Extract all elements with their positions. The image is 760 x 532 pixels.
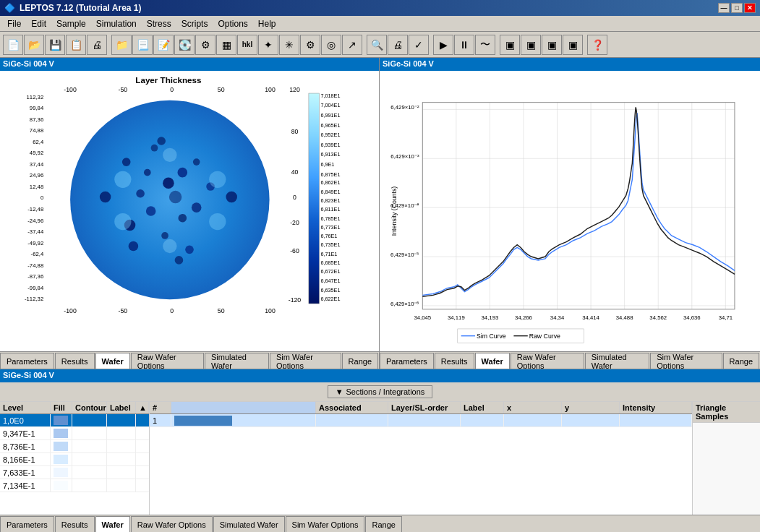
svg-text:34,488: 34,488 xyxy=(616,314,633,321)
tab-right-raw-wafer-options[interactable]: Raw Wafer Options xyxy=(511,353,584,369)
minimize-button[interactable]: — xyxy=(718,3,730,13)
svg-text:6,685E1: 6,685E1 xyxy=(320,259,340,266)
tab-bottom-results[interactable]: Results xyxy=(55,516,95,532)
svg-point-32 xyxy=(178,214,187,223)
tb-question[interactable]: ❓ xyxy=(587,35,607,55)
svg-text:-112,32: -112,32 xyxy=(25,296,43,302)
tb-star[interactable]: ✦ xyxy=(258,35,278,55)
triangle-area: Triangle Samples xyxy=(692,402,760,515)
svg-text:100: 100 xyxy=(265,307,276,314)
num-header: # xyxy=(150,402,171,413)
tb-scan[interactable]: 🔍 xyxy=(367,35,387,55)
bottom-panel: SiGe-Si 004 V ▼ Sections / Integrations … xyxy=(0,369,760,532)
tb-play[interactable]: ▶ xyxy=(433,35,453,55)
tb-pause[interactable]: ⏸ xyxy=(454,35,474,55)
tab-left-results[interactable]: Results xyxy=(55,353,95,369)
svg-text:87,36: 87,36 xyxy=(30,116,43,123)
svg-text:6,71E1: 6,71E1 xyxy=(320,251,337,257)
menu-help[interactable]: Help xyxy=(254,17,281,30)
data-row-1[interactable]: 1 xyxy=(150,414,692,427)
svg-text:6,965E1: 6,965E1 xyxy=(320,122,340,129)
fill-box-6 xyxy=(54,481,68,490)
menu-scripts[interactable]: Scripts xyxy=(177,17,213,30)
svg-text:40: 40 xyxy=(291,168,299,176)
svg-text:6,735E1: 6,735E1 xyxy=(320,241,340,248)
tb-box1[interactable]: ▣ xyxy=(500,35,520,55)
svg-text:80: 80 xyxy=(291,128,299,135)
tb-new[interactable]: 📄 xyxy=(3,35,23,55)
level-row-2[interactable]: 9,347E-1 xyxy=(0,427,149,440)
tab-left-wafer[interactable]: Wafer xyxy=(95,353,130,369)
tab-left-parameters[interactable]: Parameters xyxy=(0,353,54,369)
level-row-5[interactable]: 7,633E-1 xyxy=(0,466,149,479)
tb-file-new[interactable]: 📃 xyxy=(132,35,153,55)
sections-integrations-button[interactable]: ▼ Sections / Integrations xyxy=(328,385,433,398)
menu-sample[interactable]: Sample xyxy=(52,17,90,30)
tab-right-results[interactable]: Results xyxy=(435,353,474,369)
tb-box4[interactable]: ▣ xyxy=(563,35,583,55)
tab-left-range[interactable]: Range xyxy=(342,353,378,369)
tab-right-parameters[interactable]: Parameters xyxy=(380,353,434,369)
tab-right-simulated-wafer[interactable]: Simulated Wafer xyxy=(585,353,650,369)
tab-bottom-wafer[interactable]: Wafer xyxy=(95,516,130,532)
level-value-5: 7,633E-1 xyxy=(0,466,51,479)
contour-cell-4 xyxy=(72,453,107,466)
bottom-panel-title: SiGe-Si 004 V xyxy=(0,369,760,382)
tab-left-simulated-wafer[interactable]: Simulated Wafer xyxy=(205,353,269,369)
tab-right-sim-wafer-options[interactable]: Sim Wafer Options xyxy=(650,353,722,369)
svg-text:-74,88: -74,88 xyxy=(27,262,43,269)
level-row-1[interactable]: 1,0E0 xyxy=(0,414,149,427)
tb-save[interactable]: 💾 xyxy=(45,35,65,55)
menu-file[interactable]: File xyxy=(3,17,25,30)
tb-open[interactable]: 📂 xyxy=(24,35,44,55)
tb-folder-open[interactable]: 📁 xyxy=(111,35,132,55)
right-panel-title: SiGe-Si 004 V xyxy=(380,58,760,71)
tab-bottom-parameters[interactable]: Parameters xyxy=(0,516,54,532)
tab-left-raw-wafer-options[interactable]: Raw Wafer Options xyxy=(131,353,204,369)
svg-point-27 xyxy=(178,168,188,178)
tb-grid[interactable]: ▦ xyxy=(216,35,236,55)
tb-box3[interactable]: ▣ xyxy=(542,35,562,55)
tb-gears[interactable]: ⚙ xyxy=(300,35,320,55)
menu-edit[interactable]: Edit xyxy=(27,17,51,30)
tab-bottom-sim-wafer-options[interactable]: Sim Wafer Options xyxy=(286,516,365,532)
tab-right-range[interactable]: Range xyxy=(723,353,759,369)
svg-text:6,952E1: 6,952E1 xyxy=(320,132,340,138)
level-row-4[interactable]: 8,166E-1 xyxy=(0,453,149,466)
tab-right-wafer[interactable]: Wafer xyxy=(475,353,510,369)
tb-print2[interactable]: 🖨 xyxy=(388,35,408,55)
svg-text:62,4: 62,4 xyxy=(33,139,44,145)
tb-settings[interactable]: ⚙ xyxy=(195,35,215,55)
close-button[interactable]: ✕ xyxy=(744,3,756,13)
tb-arrow[interactable]: ↗ xyxy=(342,35,362,55)
tb-target[interactable]: ◎ xyxy=(321,35,341,55)
tb-check[interactable]: ✓ xyxy=(409,35,429,55)
tb-wave[interactable]: 〜 xyxy=(475,35,495,55)
data-intensity-1 xyxy=(620,414,692,426)
tb-asterisk[interactable]: ✳ xyxy=(279,35,299,55)
menu-options[interactable]: Options xyxy=(213,17,252,30)
tb-copy[interactable]: 📋 xyxy=(66,35,86,55)
left-panel-content: Layer Thickness -100 -50 0 50 100 112,32… xyxy=(0,71,379,351)
tb-disk[interactable]: 💽 xyxy=(174,35,195,55)
tb-page[interactable]: 📝 xyxy=(153,35,174,55)
tab-bottom-simulated-wafer[interactable]: Simulated Wafer xyxy=(213,516,285,532)
label-cell-3 xyxy=(107,440,136,453)
maximize-button[interactable]: □ xyxy=(731,3,743,13)
fill-cell-4 xyxy=(51,453,72,466)
tb-hkl[interactable]: hkl xyxy=(237,35,257,55)
tab-bottom-range[interactable]: Range xyxy=(365,516,401,532)
level-row-3[interactable]: 8,736E-1 xyxy=(0,440,149,453)
tab-left-sim-wafer-options[interactable]: Sim Wafer Options xyxy=(270,353,341,369)
right-panel-tabs: Parameters Results Wafer Raw Wafer Optio… xyxy=(380,351,760,369)
tb-print[interactable]: 🖨 xyxy=(87,35,107,55)
level-row-6[interactable]: 7,134E-1 xyxy=(0,479,149,492)
menu-stress[interactable]: Stress xyxy=(142,17,176,30)
tb-box2[interactable]: ▣ xyxy=(521,35,541,55)
y-header: y xyxy=(562,402,620,413)
data-label-1 xyxy=(461,414,504,426)
menu-simulation[interactable]: Simulation xyxy=(92,17,141,30)
bottom-panel-tabs: Parameters Results Wafer Raw Wafer Optio… xyxy=(0,515,760,532)
svg-point-30 xyxy=(193,158,200,166)
tab-bottom-raw-wafer-options[interactable]: Raw Wafer Options xyxy=(131,516,213,532)
